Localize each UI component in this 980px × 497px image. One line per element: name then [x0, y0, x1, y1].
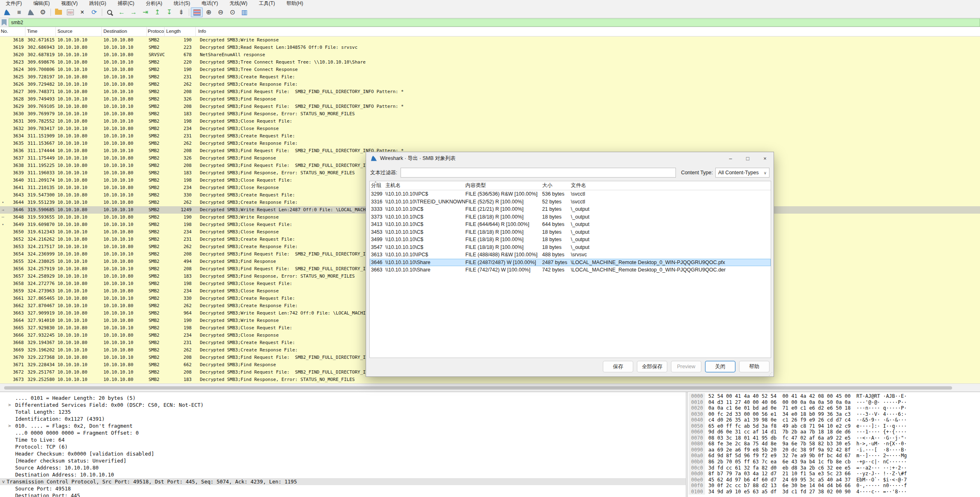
column-header-source[interactable]: Source: [56, 27, 102, 36]
packet-row[interactable]: 3628309.74949310.10.10.1010.10.10.80SMB2…: [0, 96, 980, 103]
detail-line[interactable]: >010. .... = Flags: 0x2, Don't fragment: [0, 422, 686, 429]
smb-object-row[interactable]: 3613\\10.10.10.10\IPC$FILE (488/488) R&W…: [370, 251, 771, 259]
menu-item-file[interactable]: 文件(F): [0, 0, 27, 7]
hex-row[interactable]: 00b086 2b 70 05 ff 63 7c ea 6e 43 9a b4 …: [688, 459, 980, 465]
packet-row[interactable]: 3624309.70080610.10.10.1010.10.10.80SMB2…: [0, 66, 980, 73]
menu-item-tools[interactable]: 工具(T): [253, 0, 281, 7]
stop-capture-button[interactable]: ■: [13, 7, 25, 17]
maximize-button[interactable]: □: [739, 152, 756, 164]
hex-row[interactable]: 010034 9d a9 10 e5 63 a5 df 3d c1 fd 27 …: [688, 489, 980, 495]
detail-line[interactable]: >Differentiated Services Field: 0x00 (DS…: [0, 401, 686, 408]
zoom-in-button[interactable]: ⊕: [203, 7, 215, 17]
column-header-length[interactable]: Length: [165, 27, 196, 36]
auto-scroll-button[interactable]: ⇟: [175, 7, 187, 17]
menu-item-telephony[interactable]: 电话(Y): [196, 0, 224, 7]
filter-bookmark-icon[interactable]: [2, 19, 7, 26]
col-header-content-type[interactable]: 内容类型: [465, 181, 486, 190]
minimize-button[interactable]: –: [722, 152, 739, 164]
go-back-button[interactable]: ←: [116, 7, 128, 17]
detail-line[interactable]: Destination Address: 10.10.10.10: [0, 471, 686, 478]
menu-item-view[interactable]: 视图(V): [55, 0, 83, 7]
smb-object-row[interactable]: 3499\\10.10.10.10\C$FILE (18/18) R [100.…: [370, 236, 771, 244]
hex-row[interactable]: 00200a 0a c1 6e 01 bd ad 0e 71 e0 c1 e6 …: [688, 405, 980, 411]
hex-row[interactable]: 005065 e0 ff fc ab 5d 3a f8 49 ab c8 71 …: [688, 423, 980, 429]
find-packet-button[interactable]: [104, 7, 116, 17]
smb-object-row[interactable]: 3316\\10.10.10.10\TREEID_UNKNOWNFILE (52…: [370, 198, 771, 206]
save-all-button[interactable]: 全部保存: [637, 361, 667, 372]
reload-button[interactable]: ⟳: [88, 7, 100, 17]
preview-button[interactable]: Preview: [671, 361, 701, 372]
detail-line[interactable]: Time to Live: 64: [0, 436, 686, 443]
packet-row[interactable]: 3618302.67161510.10.10.1010.10.10.80SMB2…: [0, 36, 980, 44]
resize-columns-button[interactable]: ▥: [238, 7, 250, 17]
column-header-no[interactable]: No.: [0, 27, 25, 36]
col-header-packet[interactable]: 分组: [371, 181, 381, 190]
col-header-filename[interactable]: 文件名: [571, 181, 586, 190]
smb-object-row[interactable]: 3373\\10.10.10.10\C$FILE (18/18) R [100.…: [370, 213, 771, 221]
hex-row[interactable]: 007008 03 3c 18 01 41 95 db fc 47 02 af …: [688, 435, 980, 441]
packet-row[interactable]: 3634311.15190910.10.10.8010.10.10.10SMB2…: [0, 132, 980, 140]
menu-item-wireless[interactable]: 无线(W): [224, 0, 253, 7]
expander-icon[interactable]: >: [8, 401, 11, 408]
detail-line[interactable]: ...0 0000 0000 0000 = Fragment Offset: 0: [0, 429, 686, 436]
packet-row[interactable]: 3632309.78341710.10.10.1010.10.10.80SMB2…: [0, 125, 980, 132]
hex-row[interactable]: 0090aa 69 2e a6 f9 e8 5b 20 20 dc 38 9f …: [688, 447, 980, 453]
packet-row[interactable]: 3631309.78255210.10.10.8010.10.10.10SMB2…: [0, 118, 980, 125]
hex-row[interactable]: 003000 fc 2d 33 00 00 56 e1 34 e0 18 b0 …: [688, 411, 980, 417]
save-file-button[interactable]: 010: [64, 7, 76, 17]
packet-row[interactable]: 3623309.69867610.10.10.8010.10.10.10SMB2…: [0, 59, 980, 66]
packet-row[interactable]: 3627309.74837110.10.10.8010.10.10.10SMB2…: [0, 88, 980, 96]
zoom-out-button[interactable]: ⊖: [215, 7, 227, 17]
column-header-time[interactable]: Time: [25, 27, 56, 36]
detail-line[interactable]: Protocol: TCP (6): [0, 443, 686, 450]
detail-line[interactable]: Identification: 0x1127 (4391): [0, 415, 686, 422]
menu-item-statistics[interactable]: 统计(S): [168, 0, 196, 7]
smb-object-row[interactable]: 3453\\10.10.10.10\C$FILE (18/18) R [100.…: [370, 228, 771, 236]
hex-row[interactable]: 00a06d 9d 8f 5d 96 f9 f2 e9 32 7e a9 9b …: [688, 453, 980, 459]
close-window-button[interactable]: ×: [756, 152, 774, 164]
menu-item-help[interactable]: 帮助(H): [281, 0, 309, 7]
detail-line[interactable]: Destination Port: 445: [0, 492, 686, 497]
column-header-protocol[interactable]: Protocol: [147, 27, 165, 36]
packet-row[interactable]: 3626309.72948210.10.10.1010.10.10.80SMB2…: [0, 81, 980, 88]
smb-object-row[interactable]: 3413\\10.10.10.10\C$FILE (644/644) R [10…: [370, 221, 771, 228]
menu-item-go[interactable]: 跳转(G): [83, 0, 112, 7]
hex-row[interactable]: 00c03d fd cc 61 32 fa 82 d0 eb d8 3a 2b …: [688, 465, 980, 471]
hex-row[interactable]: 001004 d3 11 27 40 00 40 06 00 00 0a 0a …: [688, 399, 980, 406]
save-button[interactable]: 保存: [603, 361, 633, 372]
detail-line[interactable]: Source Port: 49518: [0, 485, 686, 492]
go-to-top-button[interactable]: ↥: [151, 7, 163, 17]
detail-line[interactable]: vTransmission Control Protocol, Src Port…: [0, 478, 686, 485]
go-forward-button[interactable]: →: [128, 7, 140, 17]
restart-capture-button[interactable]: [25, 7, 37, 17]
detail-line[interactable]: Total Length: 1235: [0, 408, 686, 415]
start-capture-button[interactable]: [1, 7, 13, 17]
hex-row[interactable]: 00609d d6 0e 31 cc af 14 d1 7b 2b aa 7b …: [688, 429, 980, 435]
open-file-button[interactable]: [53, 7, 64, 17]
packet-row[interactable]: 3629309.76910510.10.10.8010.10.10.10SMB2…: [0, 103, 980, 110]
menu-item-analyze[interactable]: 分析(A): [140, 0, 168, 7]
col-header-size[interactable]: 大小: [542, 181, 552, 190]
menu-item-edit[interactable]: 编辑(E): [27, 0, 55, 7]
zoom-reset-button[interactable]: ⊙: [227, 7, 238, 17]
hex-row[interactable]: 000052 54 00 41 4a 40 52 54 00 41 4a 42 …: [688, 393, 980, 399]
scrollbar-thumb[interactable]: [4, 386, 952, 390]
close-button[interactable]: 关闭: [705, 361, 735, 372]
expander-icon[interactable]: >: [8, 422, 11, 429]
smb-object-row[interactable]: 3663\\10.10.10.10\ShareFILE (742/742) W …: [370, 266, 771, 274]
go-to-bottom-button[interactable]: ↧: [163, 7, 175, 17]
smb-object-row[interactable]: 3333\\10.10.10.10\C$FILE (21/21) R [100.…: [370, 205, 771, 213]
packet-row[interactable]: 3673329.25258010.10.10.1010.10.10.80SMB2…: [0, 376, 980, 383]
display-filter-input[interactable]: smb2: [9, 18, 980, 27]
column-header-info[interactable]: Info: [196, 27, 980, 36]
expander-icon[interactable]: v: [2, 478, 5, 485]
packet-row[interactable]: 3619302.68694310.10.10.8010.10.10.10SMB2…: [0, 44, 980, 51]
packet-row[interactable]: 3625309.72819710.10.10.8010.10.10.10SMB2…: [0, 73, 980, 81]
column-header-destination[interactable]: Destination: [102, 27, 147, 36]
capture-options-button[interactable]: ⚙: [37, 7, 49, 17]
colorize-button[interactable]: [191, 7, 203, 17]
detail-line[interactable]: Header Checksum: 0x0000 [validation disa…: [0, 450, 686, 457]
close-file-button[interactable]: ×: [76, 7, 88, 17]
go-to-packet-button[interactable]: ⇥: [140, 7, 151, 17]
hex-row[interactable]: 00d08f b7 79 7a 03 4a 12 d7 21 10 f1 5a …: [688, 471, 980, 477]
